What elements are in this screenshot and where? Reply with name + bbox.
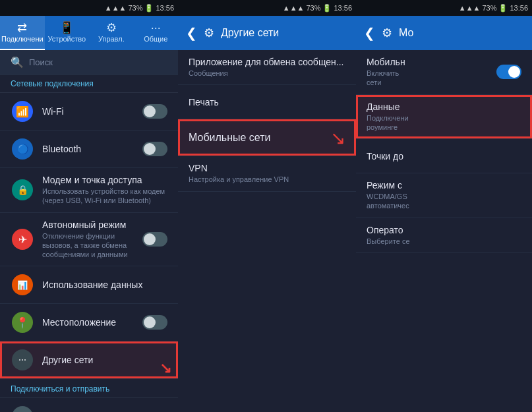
list-item-messaging[interactable]: Приложение для обмена сообщен... Сообщен… — [178, 50, 356, 85]
network-mode-subtitle: WCDMA/GS автоматичес — [367, 192, 521, 211]
list-item-bluetooth[interactable]: 🔵 Bluetooth — [0, 131, 178, 168]
tab-device-label: Устройство — [48, 35, 86, 43]
print-text: Печать — [189, 97, 345, 107]
messaging-text: Приложение для обмена сообщен... Сообщен… — [189, 57, 345, 78]
back-button-2[interactable]: ❮ — [186, 25, 197, 41]
bt-text: Bluetooth — [42, 144, 142, 154]
operator-subtitle: Выберите се — [367, 237, 521, 246]
mobile-data-subtitle: Включить сети — [367, 69, 496, 88]
tab-connections[interactable]: ⇄ Подключени — [0, 16, 45, 50]
location-title: Местоположение — [42, 317, 142, 328]
tab-controls[interactable]: ⚙ Управл. — [89, 16, 133, 50]
bt-icon-container: 🔵 — [11, 137, 34, 161]
list-item-hotspot[interactable]: 🔒 Модем и точка доступа Использовать уст… — [0, 168, 178, 213]
list-item-operator[interactable]: Операто Выберите се — [356, 218, 532, 253]
vpn-subtitle: Настройка и управление VPN — [189, 175, 345, 184]
other-title: Другие сети — [42, 355, 167, 365]
list-item-roaming[interactable]: Данные Подключени роуминге — [356, 95, 532, 140]
hotspot-icon-container: 🔒 — [11, 178, 34, 202]
airplane-icon: ✈ — [12, 229, 33, 250]
bt-icon: 🔵 — [12, 138, 33, 160]
tab-device-icon: 📱 — [59, 22, 74, 34]
wifi-toggle[interactable] — [142, 104, 167, 119]
list-item-mobile-networks[interactable]: Мобильные сети ↘ — [178, 119, 356, 156]
section-header-share: Подключиться и отправить — [0, 380, 178, 398]
mobile-data-text: Мобильн Включить сети — [367, 57, 496, 88]
battery-percent-3: 73% — [482, 4, 496, 12]
tab-general-icon: ··· — [151, 22, 161, 34]
list-item-print[interactable]: Печать — [178, 85, 356, 119]
print-title: Печать — [189, 97, 345, 107]
search-label: Поиск — [29, 57, 53, 67]
messaging-title: Приложение для обмена сообщен... — [189, 57, 345, 67]
tab-device[interactable]: 📱 Устройство — [45, 16, 89, 50]
vpn-title: VPN — [189, 163, 345, 173]
tab-controls-label: Управл. — [98, 35, 125, 43]
settings-list-3: Мобильн Включить сети Данные Подключени … — [356, 50, 532, 412]
time-1: 13:56 — [156, 4, 174, 12]
nfc-icon: NFC — [12, 406, 33, 412]
status-icons-3: ▲▲▲ 73% 🔋 13:56 — [459, 4, 528, 13]
time-2: 13:56 — [334, 4, 352, 12]
tab-general[interactable]: ··· Общие — [134, 16, 178, 50]
location-icon: 📍 — [12, 312, 33, 333]
battery-icon-3: 🔋 — [498, 4, 508, 13]
wifi-icon-container: 📶 — [11, 100, 34, 123]
battery-percent-1: 73% — [128, 4, 142, 12]
list-item-vpn[interactable]: VPN Настройка и управление VPN — [178, 156, 356, 191]
status-icons-1: ▲▲▲ 73% 🔋 13:56 — [105, 4, 174, 13]
operator-text: Операто Выберите се — [367, 225, 521, 246]
time-3: 13:56 — [510, 4, 528, 12]
tab-controls-icon: ⚙ — [106, 22, 117, 34]
header-title-3: Мо — [399, 27, 413, 39]
panel-3: ▲▲▲ 73% 🔋 13:56 ❮ ⚙ Мо Мобильн Включить … — [356, 0, 532, 412]
data-title: Использование данных — [42, 280, 167, 290]
airplane-toggle[interactable] — [142, 232, 167, 247]
panel-2: ▲▲▲ 73% 🔋 13:56 ❮ ⚙ Другие сети Приложен… — [178, 0, 356, 412]
battery-icon-2: 🔋 — [322, 4, 332, 13]
list-item-access-points[interactable]: Точки до — [356, 139, 532, 173]
hotspot-icon: 🔒 — [12, 179, 33, 200]
operator-title: Операто — [367, 225, 521, 235]
settings-list-1: 📶 Wi-Fi 🔵 Bluetooth 🔒 Модем и точка дост… — [0, 93, 178, 412]
header-gear-2: ⚙ — [204, 26, 214, 40]
settings-list-2: Приложение для обмена сообщен... Сообщен… — [178, 50, 356, 412]
location-icon-container: 📍 — [11, 310, 34, 334]
other-text: Другие сети — [42, 355, 167, 365]
list-item-network-mode[interactable]: Режим с WCDMA/GS автоматичес — [356, 173, 532, 218]
other-icon-container: ⋯ — [11, 348, 34, 372]
hotspot-title: Модем и точка доступа — [42, 175, 167, 185]
data-icon-container: 📊 — [11, 273, 34, 297]
status-bar-3: ▲▲▲ 73% 🔋 13:56 — [356, 0, 532, 16]
list-item-wifi[interactable]: 📶 Wi-Fi — [0, 93, 178, 131]
status-bar-2: ▲▲▲ 73% 🔋 13:56 — [178, 0, 356, 16]
panel-1: ▲▲▲ 73% 🔋 13:56 ⇄ Подключени 📱 Устройств… — [0, 0, 178, 412]
list-item-airplane[interactable]: ✈ Автономный режим Отключение функции вы… — [0, 213, 178, 267]
tab-connections-icon: ⇄ — [17, 22, 27, 34]
location-toggle[interactable] — [142, 315, 167, 330]
data-usage-icon: 📊 — [12, 274, 33, 295]
tab-general-label: Общие — [144, 35, 167, 43]
page-header-3: ❮ ⚙ Мо — [356, 16, 532, 50]
bt-title: Bluetooth — [42, 144, 142, 154]
list-item-location[interactable]: 📍 Местоположение — [0, 304, 178, 341]
list-item-mobile-data[interactable]: Мобильн Включить сети — [356, 50, 532, 95]
signal-icon-3: ▲▲▲ — [459, 4, 481, 12]
battery-percent-2: 73% — [306, 4, 320, 12]
back-button-3[interactable]: ❮ — [364, 25, 375, 41]
list-item-data[interactable]: 📊 Использование данных — [0, 266, 178, 304]
header-title-2: Другие сети — [221, 27, 279, 39]
list-item-other-networks[interactable]: ⋯ Другие сети ↘ — [0, 341, 178, 379]
search-icon: 🔍 — [11, 56, 24, 69]
status-icons-2: ▲▲▲ 73% 🔋 13:56 — [283, 4, 352, 13]
search-row[interactable]: 🔍 Поиск — [0, 50, 178, 75]
list-item-nfc[interactable]: NFC NFC — [0, 398, 178, 412]
roaming-subtitle: Подключени роуминге — [367, 113, 521, 132]
hotspot-text: Модем и точка доступа Использовать устро… — [42, 175, 167, 206]
other-networks-icon: ⋯ — [12, 349, 33, 370]
network-mode-title: Режим с — [367, 180, 521, 191]
mobile-data-toggle[interactable] — [496, 65, 521, 79]
airplane-icon-container: ✈ — [11, 227, 34, 251]
nfc-icon-container: NFC — [11, 405, 34, 412]
bt-toggle[interactable] — [142, 142, 167, 156]
